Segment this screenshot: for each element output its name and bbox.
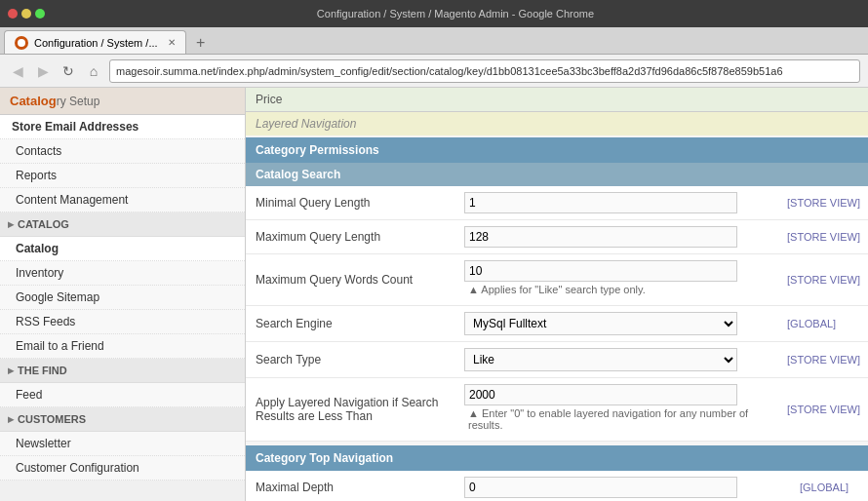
maximal-depth-input[interactable] bbox=[464, 477, 737, 498]
search-engine-control: MySql Fulltext Solr bbox=[460, 306, 779, 342]
minimize-window-btn[interactable] bbox=[21, 9, 31, 19]
sidebar-title: Catalog bbox=[10, 94, 57, 108]
max-words-control: ▲ Applies for "Like" search type only. bbox=[460, 254, 779, 306]
layered-nav-control: ▲ Enter "0" to enable layered navigation… bbox=[460, 378, 779, 442]
forward-btn[interactable]: ▶ bbox=[33, 61, 53, 81]
layered-nav-note: ▲ Enter "0" to enable layered navigation… bbox=[464, 405, 775, 435]
maximal-depth-scope: [GLOBAL] bbox=[792, 471, 868, 501]
customers-expand-icon: ▶ bbox=[8, 415, 14, 424]
max-words-scope: [STORE VIEW] bbox=[779, 254, 868, 306]
sidebar-item[interactable]: Reports bbox=[0, 164, 245, 188]
minimal-query-scope: [STORE VIEW] bbox=[779, 186, 868, 220]
max-query-scope: [STORE VIEW] bbox=[779, 220, 868, 254]
url-input[interactable] bbox=[109, 59, 860, 83]
sidebar-item-rss-feeds[interactable]: RSS Feeds bbox=[0, 310, 245, 334]
tab-close-btn[interactable]: ✕ bbox=[168, 37, 176, 48]
catalog-search-form: Minimal Query Length [STORE VIEW] Maximu… bbox=[246, 186, 868, 442]
sidebar-item[interactable]: Contacts bbox=[0, 139, 245, 164]
sidebar-item-customer-config[interactable]: Customer Configuration bbox=[0, 456, 245, 481]
field-row-search-engine: Search Engine MySql Fulltext Solr [GLOBA… bbox=[246, 306, 868, 342]
main-layout: Catalogry Setup Store Email Addresses Co… bbox=[0, 88, 868, 501]
field-row-search-type: Search Type Like Fulltext [STORE VIEW] bbox=[246, 342, 868, 378]
layered-nav-label: Apply Layered Navigation if Search Resul… bbox=[246, 378, 460, 442]
sidebar-item-email-friend[interactable]: Email to a Friend bbox=[0, 334, 245, 359]
sidebar-item-google-sitemap[interactable]: Google Sitemap bbox=[0, 286, 245, 310]
home-btn[interactable]: ⌂ bbox=[84, 61, 103, 81]
search-type-label: Search Type bbox=[246, 342, 460, 378]
sidebar-item-feed[interactable]: Feed bbox=[0, 383, 245, 407]
sidebar-subtitle: ry Setup bbox=[57, 95, 100, 108]
max-words-note: ▲ Applies for "Like" search type only. bbox=[464, 282, 775, 299]
search-type-scope: [STORE VIEW] bbox=[779, 342, 868, 378]
browser-title: Configuration / System / Magento Admin -… bbox=[51, 8, 860, 19]
max-query-label: Maximum Query Length bbox=[246, 220, 460, 254]
address-bar: ◀ ▶ ↻ ⌂ bbox=[0, 55, 868, 88]
thefind-expand-icon: ▶ bbox=[8, 366, 14, 375]
layered-nav-note-text: ▲ Enter "0" to enable layered navigation… bbox=[468, 407, 771, 431]
tab-bar: Configuration / System /... ✕ + bbox=[0, 27, 868, 55]
sidebar: Catalogry Setup Store Email Addresses Co… bbox=[0, 88, 246, 501]
max-query-control bbox=[460, 220, 779, 254]
sidebar-section-catalog[interactable]: ▶ CATALOG bbox=[0, 212, 245, 237]
catalog-expand-icon: ▶ bbox=[8, 220, 14, 229]
tab-favicon bbox=[15, 36, 28, 50]
field-row-minimal-query: Minimal Query Length [STORE VIEW] bbox=[246, 186, 868, 220]
minimal-query-control bbox=[460, 186, 779, 220]
top-nav-form: Maximal Depth [GLOBAL] bbox=[246, 471, 868, 501]
search-engine-label: Search Engine bbox=[246, 306, 460, 342]
sidebar-item-newsletter[interactable]: Newsletter bbox=[0, 432, 245, 456]
search-engine-select[interactable]: MySql Fulltext Solr bbox=[464, 312, 737, 335]
back-btn[interactable]: ◀ bbox=[8, 61, 27, 81]
refresh-btn[interactable]: ↻ bbox=[59, 61, 78, 81]
active-tab[interactable]: Configuration / System /... ✕ bbox=[4, 30, 186, 54]
max-words-label: Maximum Query Words Count bbox=[246, 254, 460, 306]
search-type-select[interactable]: Like Fulltext bbox=[464, 348, 737, 371]
catalog-search-title: Catalog Search bbox=[246, 163, 868, 186]
catalog-section-label: CATALOG bbox=[18, 218, 69, 230]
sidebar-item[interactable]: Store Email Addresses bbox=[0, 115, 245, 139]
customers-section-label: CUSTOMERS bbox=[18, 413, 86, 425]
layered-nav-input[interactable] bbox=[464, 384, 737, 405]
sidebar-section-thefind[interactable]: ▶ THE FIND bbox=[0, 359, 245, 383]
sidebar-item-inventory[interactable]: Inventory bbox=[0, 261, 245, 286]
sidebar-header: Catalogry Setup bbox=[0, 88, 245, 115]
search-type-control: Like Fulltext bbox=[460, 342, 779, 378]
category-permissions-title: Category Permissions bbox=[246, 137, 868, 163]
sidebar-section-customers[interactable]: ▶ CUSTOMERS bbox=[0, 407, 245, 432]
max-query-input[interactable] bbox=[464, 226, 737, 248]
sidebar-item-catalog[interactable]: Catalog bbox=[0, 237, 245, 261]
maximize-window-btn[interactable] bbox=[35, 9, 45, 19]
minimal-query-label: Minimal Query Length bbox=[246, 186, 460, 220]
layered-nav-banner: Layered Navigation bbox=[246, 112, 868, 135]
field-row-max-words: Maximum Query Words Count ▲ Applies for … bbox=[246, 254, 868, 306]
price-section-banner: Price bbox=[246, 88, 868, 112]
thefind-section-label: THE FIND bbox=[18, 365, 67, 376]
max-words-note-text: ▲ Applies for "Like" search type only. bbox=[468, 284, 646, 295]
tab-label: Configuration / System /... bbox=[34, 37, 158, 49]
window-controls bbox=[8, 9, 45, 19]
field-row-layered-nav: Apply Layered Navigation if Search Resul… bbox=[246, 378, 868, 442]
search-engine-scope: [GLOBAL] bbox=[779, 306, 868, 342]
field-row-maximal-depth: Maximal Depth [GLOBAL] bbox=[246, 471, 868, 501]
category-top-nav-title: Category Top Navigation bbox=[246, 445, 868, 471]
maximal-depth-control bbox=[460, 471, 792, 501]
maximal-depth-label: Maximal Depth bbox=[246, 471, 460, 501]
content-area: Price Layered Navigation Category Permis… bbox=[246, 88, 868, 501]
close-window-btn[interactable] bbox=[8, 9, 18, 19]
field-row-max-query: Maximum Query Length [STORE VIEW] bbox=[246, 220, 868, 254]
max-words-input[interactable] bbox=[464, 260, 737, 282]
sidebar-item[interactable]: Content Management bbox=[0, 188, 245, 212]
new-tab-btn[interactable]: + bbox=[190, 32, 212, 54]
layered-nav-scope: [STORE VIEW] bbox=[779, 378, 868, 442]
minimal-query-input[interactable] bbox=[464, 192, 737, 213]
browser-title-bar: Configuration / System / Magento Admin -… bbox=[0, 0, 868, 27]
